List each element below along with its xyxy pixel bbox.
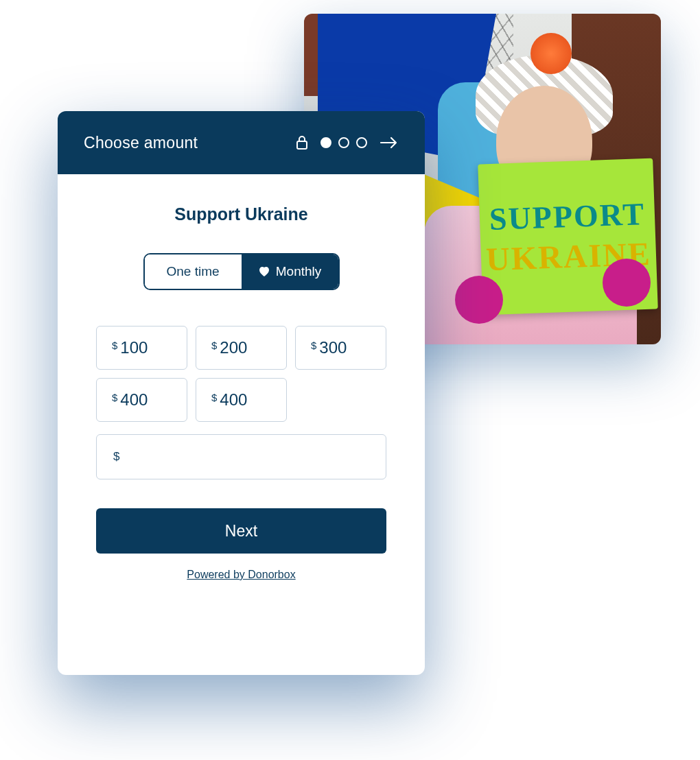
- heart-icon: [258, 266, 270, 277]
- photo-sign-line1: SUPPORT: [489, 195, 646, 237]
- arrow-right-icon[interactable]: [380, 136, 399, 150]
- amount-option-400b[interactable]: $ 400: [196, 378, 287, 422]
- svg-rect-0: [297, 141, 307, 149]
- next-button[interactable]: Next: [96, 508, 386, 554]
- amount-value: 400: [120, 390, 148, 409]
- custom-amount-field[interactable]: $: [96, 434, 386, 479]
- form-header: Choose amount: [58, 111, 425, 174]
- powered-by-link[interactable]: Powered by Donorbox: [96, 569, 386, 581]
- frequency-monthly[interactable]: Monthly: [242, 254, 338, 289]
- custom-amount-input[interactable]: [126, 448, 369, 466]
- amount-value: 400: [220, 390, 247, 409]
- currency-symbol: $: [211, 392, 217, 403]
- frequency-one-time[interactable]: One time: [145, 254, 242, 289]
- amount-option-300[interactable]: $ 300: [295, 326, 386, 370]
- step-indicator: [320, 137, 367, 148]
- lock-icon: [296, 135, 308, 150]
- step-dot-1: [320, 137, 331, 148]
- amount-value: 100: [120, 338, 148, 357]
- header-title: Choose amount: [84, 134, 198, 152]
- currency-symbol: $: [113, 450, 119, 464]
- amount-option-400a[interactable]: $ 400: [96, 378, 187, 422]
- amount-grid: $ 100 $ 200 $ 300 $ 400 $ 400: [96, 326, 386, 422]
- campaign-title: Support Ukraine: [96, 204, 386, 224]
- step-dot-2: [338, 137, 349, 148]
- amount-value: 300: [319, 338, 347, 357]
- donation-form-card: Choose amount Support Ukraine: [58, 111, 425, 675]
- frequency-one-time-label: One time: [166, 264, 219, 279]
- frequency-monthly-label: Monthly: [276, 264, 322, 279]
- currency-symbol: $: [112, 392, 117, 403]
- amount-option-200[interactable]: $ 200: [196, 326, 287, 370]
- step-dot-3: [356, 137, 367, 148]
- currency-symbol: $: [311, 340, 316, 351]
- frequency-toggle: One time Monthly: [143, 253, 340, 290]
- currency-symbol: $: [211, 340, 217, 351]
- currency-symbol: $: [112, 340, 117, 351]
- next-button-label: Next: [225, 522, 257, 541]
- amount-option-100[interactable]: $ 100: [96, 326, 187, 370]
- amount-value: 200: [220, 338, 247, 357]
